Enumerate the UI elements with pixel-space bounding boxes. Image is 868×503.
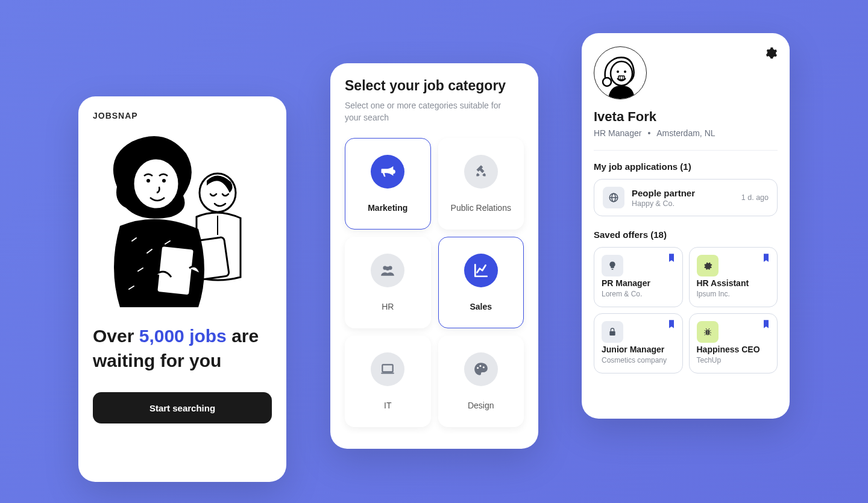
svg-point-24 xyxy=(617,70,619,73)
saved-title: PR Manager xyxy=(602,278,675,289)
category-label: IT xyxy=(384,401,391,410)
svg-point-22 xyxy=(483,366,485,368)
svg-rect-26 xyxy=(618,76,624,80)
palette-icon xyxy=(464,352,498,386)
bookmark-icon[interactable] xyxy=(667,319,676,332)
headline: Over 5,000 jobs are waiting for you xyxy=(93,324,272,373)
svg-point-20 xyxy=(477,367,479,369)
applications-header: My job applications (1) xyxy=(594,161,778,172)
saved-header: Saved offers (18) xyxy=(594,230,778,240)
saved-offer-card[interactable]: PR Manager Lorem & Co. xyxy=(594,247,683,307)
category-tile-it[interactable]: IT xyxy=(345,336,431,427)
svg-point-25 xyxy=(624,70,626,73)
svg-point-14 xyxy=(391,170,395,174)
avatar-illustration xyxy=(596,51,644,99)
headline-accent: 5,000 jobs xyxy=(139,326,227,346)
brand-logo: JOBSNAP xyxy=(93,111,272,120)
svg-point-4 xyxy=(162,179,166,183)
handshake-icon xyxy=(464,155,498,189)
profile-header: Iveta Fork HR Manager • Amsterdam, NL xyxy=(594,46,778,151)
bookmark-icon[interactable] xyxy=(761,252,771,266)
svg-point-17 xyxy=(386,267,390,271)
category-tile-hr[interactable]: HR xyxy=(345,237,431,328)
gear-small-icon xyxy=(697,255,719,276)
category-title: Select your job category xyxy=(345,78,524,94)
svg-point-21 xyxy=(479,365,481,367)
svg-rect-18 xyxy=(383,365,393,372)
bug-icon xyxy=(697,321,719,343)
megaphone-icon xyxy=(371,155,404,189)
profile-card: Iveta Fork HR Manager • Amsterdam, NL My… xyxy=(582,33,790,419)
category-label: Marketing xyxy=(368,203,407,213)
category-tile-design[interactable]: Design xyxy=(438,336,524,427)
people-icon xyxy=(371,254,404,287)
gear-icon xyxy=(764,46,778,60)
svg-rect-13 xyxy=(157,246,195,296)
svg-point-29 xyxy=(603,78,611,86)
globe-icon xyxy=(603,187,624,208)
svg-rect-19 xyxy=(381,373,394,374)
svg-rect-33 xyxy=(609,331,615,336)
category-label: HR xyxy=(382,302,394,311)
hero-illustration xyxy=(93,133,272,307)
category-subtitle: Select one or more categories suitable f… xyxy=(345,100,508,123)
application-company: Happy & Co. xyxy=(632,199,734,208)
illustration-person-front xyxy=(99,133,219,307)
saved-company: Lorem & Co. xyxy=(602,290,675,298)
saved-company: Cosmetics company xyxy=(602,356,675,364)
start-searching-button[interactable]: Start searching xyxy=(93,392,272,423)
landing-card: JOBSNAP xyxy=(78,96,286,482)
application-card[interactable]: People partner Happy & Co. 1 d. ago xyxy=(594,179,778,216)
category-grid: Marketing Public Relations HR Sales IT xyxy=(345,138,524,427)
saved-company: Ipsum Inc. xyxy=(697,290,770,298)
saved-title: Junior Manager xyxy=(602,345,675,355)
profile-avatar xyxy=(594,46,647,99)
category-tile-sales[interactable]: Sales xyxy=(438,237,524,328)
profile-meta: HR Manager • Amsterdam, NL xyxy=(594,128,778,138)
settings-button[interactable] xyxy=(764,46,778,62)
lock-icon xyxy=(602,321,623,343)
category-tile-marketing[interactable]: Marketing xyxy=(345,138,431,230)
saved-offer-card[interactable]: Junior Manager Cosmetics company xyxy=(594,313,683,373)
laptop-icon xyxy=(371,352,404,386)
category-card: Select your job category Select one or m… xyxy=(330,63,538,449)
profile-name: Iveta Fork xyxy=(594,109,778,125)
profile-location: Amsterdam, NL xyxy=(656,128,715,138)
category-label: Public Relations xyxy=(451,203,511,213)
saved-offer-card[interactable]: HR Assistant Ipsum Inc. xyxy=(689,247,778,307)
application-title: People partner xyxy=(632,188,734,198)
saved-grid: PR Manager Lorem & Co. HR Assistant Ipsu… xyxy=(594,247,778,373)
saved-title: HR Assistant xyxy=(697,278,770,289)
saved-offer-card[interactable]: Happiness CEO TechUp xyxy=(689,313,778,373)
lightbulb-icon xyxy=(602,255,623,276)
bookmark-icon[interactable] xyxy=(761,319,771,332)
svg-point-2 xyxy=(133,158,179,209)
category-tile-public-relations[interactable]: Public Relations xyxy=(438,138,524,230)
application-time: 1 d. ago xyxy=(741,193,769,202)
category-label: Design xyxy=(468,401,494,410)
saved-title: Happiness CEO xyxy=(697,345,770,355)
svg-point-3 xyxy=(146,179,150,183)
bookmark-icon[interactable] xyxy=(667,252,676,266)
category-label: Sales xyxy=(470,302,492,311)
headline-pre: Over xyxy=(93,326,139,346)
chart-line-icon xyxy=(464,254,498,287)
svg-point-23 xyxy=(611,61,632,86)
profile-role: HR Manager xyxy=(594,128,641,138)
meta-separator: • xyxy=(647,128,650,138)
saved-company: TechUp xyxy=(697,356,770,364)
